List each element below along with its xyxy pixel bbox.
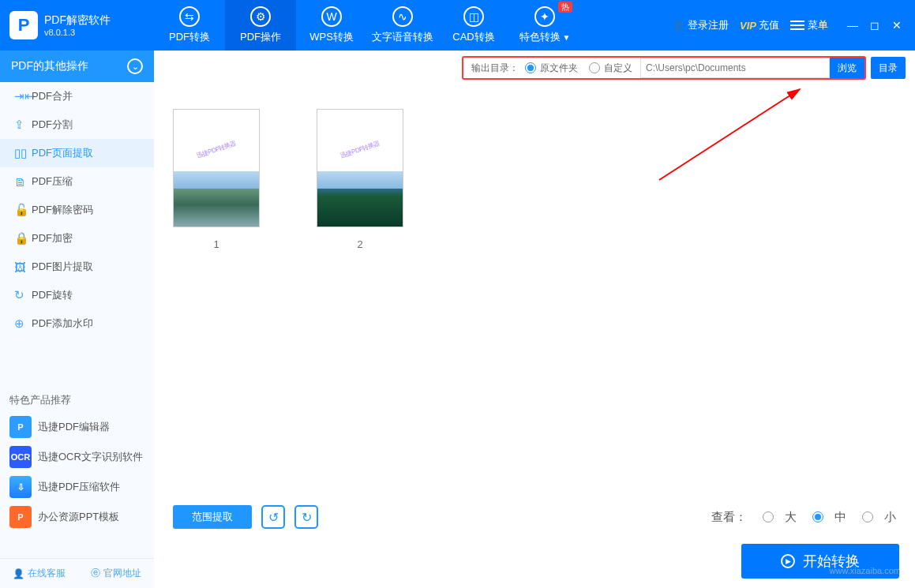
sidebar-icon: ▯▯ bbox=[14, 146, 32, 160]
page-thumb-1[interactable]: 迅捷PDF转换器 1 bbox=[173, 109, 260, 250]
vip-recharge-link[interactable]: VIP 充值 bbox=[740, 18, 779, 32]
sidebar-icon: ⇪ bbox=[14, 118, 32, 132]
sidebar-item-2[interactable]: ▯▯PDF页面提取 bbox=[0, 139, 154, 167]
radio-original-folder[interactable] bbox=[525, 62, 536, 73]
nav-tab-0[interactable]: ⇆ PDF转换 bbox=[154, 0, 225, 51]
annotation-arrow bbox=[478, 77, 809, 188]
sidebar-icon: ⇥⇤ bbox=[14, 89, 32, 103]
output-label: 输出目录： bbox=[471, 62, 519, 75]
official-site-link[interactable]: ⓔ 官网地址 bbox=[91, 567, 141, 580]
sidebar-item-6[interactable]: 🖼PDF图片提取 bbox=[0, 253, 154, 281]
range-extract-button[interactable]: 范围提取 bbox=[173, 505, 252, 529]
sidebar-item-1[interactable]: ⇪PDF分割 bbox=[0, 110, 154, 139]
app-logo-icon: P bbox=[9, 11, 38, 39]
sidebar-icon: ↻ bbox=[14, 288, 32, 302]
radio-view-small[interactable] bbox=[862, 511, 873, 522]
promo-item-1[interactable]: OCR迅捷OCR文字识别软件 bbox=[0, 442, 154, 472]
maximize-button[interactable]: ◻ bbox=[868, 18, 882, 32]
promo-icon: P bbox=[9, 506, 32, 528]
sidebar-item-0[interactable]: ⇥⇤PDF合并 bbox=[0, 82, 154, 110]
nav-icon: ∿ bbox=[392, 6, 413, 27]
user-icon: 👤 bbox=[672, 20, 684, 32]
close-button[interactable]: ✕ bbox=[890, 18, 904, 32]
radio-view-medium[interactable] bbox=[812, 511, 823, 522]
support-icon: 👤 bbox=[13, 568, 24, 579]
promo-icon: P bbox=[9, 416, 32, 438]
hot-badge: 热 bbox=[558, 2, 572, 13]
view-size-controls: 查看： 大 中 小 bbox=[711, 510, 896, 525]
nav-tab-2[interactable]: W WPS转换 bbox=[296, 0, 367, 51]
sidebar-icon: 🔒 bbox=[14, 231, 32, 245]
sidebar-header[interactable]: PDF的其他操作 ⌄ bbox=[0, 51, 154, 82]
sidebar-item-3[interactable]: 🗎PDF压缩 bbox=[0, 167, 154, 196]
app-logo-area: P PDF解密软件 v8.0.1.3 bbox=[0, 11, 154, 39]
nav-icon: ✦ bbox=[534, 6, 555, 27]
radio-custom-folder[interactable] bbox=[589, 62, 600, 73]
nav-icon: W bbox=[321, 6, 342, 27]
sidebar-item-8[interactable]: ⊕PDF添加水印 bbox=[0, 309, 154, 338]
nav-tab-1[interactable]: ⚙ PDF操作 bbox=[225, 0, 296, 51]
promo-icon: ⇩ bbox=[9, 476, 32, 498]
app-version: v8.0.1.3 bbox=[44, 28, 111, 37]
promo-item-3[interactable]: P办公资源PPT模板 bbox=[0, 502, 154, 532]
promo-item-0[interactable]: P迅捷PDF编辑器 bbox=[0, 412, 154, 442]
redo-button[interactable]: ↻ bbox=[294, 505, 318, 529]
globe-icon: ⓔ bbox=[91, 567, 100, 580]
sidebar-item-7[interactable]: ↻PDF旋转 bbox=[0, 281, 154, 309]
svg-line-0 bbox=[659, 89, 800, 180]
nav-tab-3[interactable]: ∿ 文字语音转换 bbox=[367, 0, 438, 51]
sidebar-icon: 🖼 bbox=[14, 260, 32, 274]
sidebar-icon: ⊕ bbox=[14, 316, 32, 331]
nav-icon: ◫ bbox=[463, 6, 484, 27]
promo-item-2[interactable]: ⇩迅捷PDF压缩软件 bbox=[0, 472, 154, 502]
sidebar-item-4[interactable]: 🔓PDF解除密码 bbox=[0, 196, 154, 224]
output-path-input[interactable] bbox=[640, 58, 830, 78]
login-register-link[interactable]: 👤 登录注册 bbox=[672, 18, 729, 32]
nav-tab-4[interactable]: ◫ CAD转换 bbox=[438, 0, 509, 51]
output-dir-box: 输出目录： 原文件夹 自定义 浏览 bbox=[462, 56, 866, 80]
app-title: PDF解密软件 bbox=[44, 13, 111, 28]
sidebar-icon: 🗎 bbox=[14, 175, 32, 189]
radio-view-large[interactable] bbox=[763, 511, 774, 522]
sidebar-icon: 🔓 bbox=[14, 203, 32, 217]
start-convert-button[interactable]: ▶ 开始转换 bbox=[741, 544, 899, 579]
nav-icon: ⚙ bbox=[250, 6, 271, 27]
hamburger-icon bbox=[790, 18, 804, 32]
browse-button[interactable]: 浏览 bbox=[830, 58, 864, 78]
minimize-button[interactable]: — bbox=[846, 18, 860, 32]
open-dir-button[interactable]: 目录 bbox=[871, 57, 906, 79]
nav-tab-5[interactable]: ✦ 特色转换▼ 热 bbox=[509, 0, 580, 51]
chevron-down-icon: ⌄ bbox=[127, 58, 143, 74]
nav-icon: ⇆ bbox=[179, 6, 200, 27]
play-icon: ▶ bbox=[781, 554, 795, 568]
page-thumb-2[interactable]: 迅捷PDF转换器 2 bbox=[317, 109, 403, 250]
promo-icon: OCR bbox=[9, 446, 32, 468]
online-service-link[interactable]: 👤 在线客服 bbox=[13, 567, 66, 580]
menu-button[interactable]: 菜单 bbox=[790, 18, 828, 32]
promo-header: 特色产品推荐 bbox=[0, 385, 154, 412]
sidebar-item-5[interactable]: 🔒PDF加密 bbox=[0, 224, 154, 253]
undo-button[interactable]: ↺ bbox=[261, 505, 285, 529]
